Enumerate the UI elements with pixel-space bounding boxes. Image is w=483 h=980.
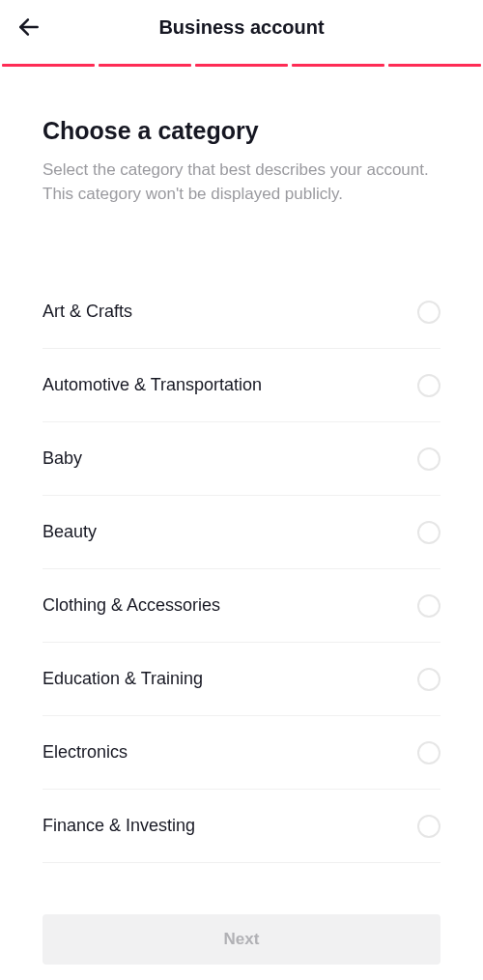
category-label: Clothing & Accessories (43, 595, 220, 616)
subheading: Select the category that best describes … (43, 159, 440, 206)
back-button[interactable] (15, 14, 43, 41)
next-button[interactable]: Next (43, 914, 440, 965)
radio-icon (417, 374, 440, 397)
radio-icon (417, 594, 440, 618)
category-item-education[interactable]: Education & Training (43, 643, 440, 716)
progress-bar (0, 64, 483, 67)
category-item-art-crafts[interactable]: Art & Crafts (43, 275, 440, 349)
radio-icon (417, 741, 440, 764)
progress-segment (195, 64, 288, 67)
category-label: Art & Crafts (43, 302, 132, 322)
header: Business account (0, 0, 483, 54)
category-item-finance[interactable]: Finance & Investing (43, 790, 440, 863)
category-label: Electronics (43, 742, 128, 763)
category-label: Education & Training (43, 669, 203, 689)
back-arrow-icon (16, 14, 42, 40)
radio-icon (417, 815, 440, 838)
heading: Choose a category (43, 117, 440, 145)
radio-icon (417, 301, 440, 324)
category-item-baby[interactable]: Baby (43, 422, 440, 496)
progress-segment (292, 64, 384, 67)
category-list: Art & Crafts Automotive & Transportation… (43, 275, 440, 863)
progress-segment (99, 64, 191, 67)
radio-icon (417, 447, 440, 471)
category-label: Automotive & Transportation (43, 375, 262, 395)
progress-segment (2, 64, 95, 67)
footer: Next (0, 899, 483, 980)
category-item-electronics[interactable]: Electronics (43, 716, 440, 790)
radio-icon (417, 521, 440, 544)
content: Choose a category Select the category th… (0, 67, 483, 863)
progress-segment (388, 64, 481, 67)
category-item-beauty[interactable]: Beauty (43, 496, 440, 569)
category-item-clothing[interactable]: Clothing & Accessories (43, 569, 440, 643)
category-label: Finance & Investing (43, 816, 195, 836)
page-title: Business account (0, 16, 483, 39)
category-item-automotive[interactable]: Automotive & Transportation (43, 349, 440, 422)
category-label: Beauty (43, 522, 97, 542)
category-label: Baby (43, 448, 82, 469)
radio-icon (417, 668, 440, 691)
